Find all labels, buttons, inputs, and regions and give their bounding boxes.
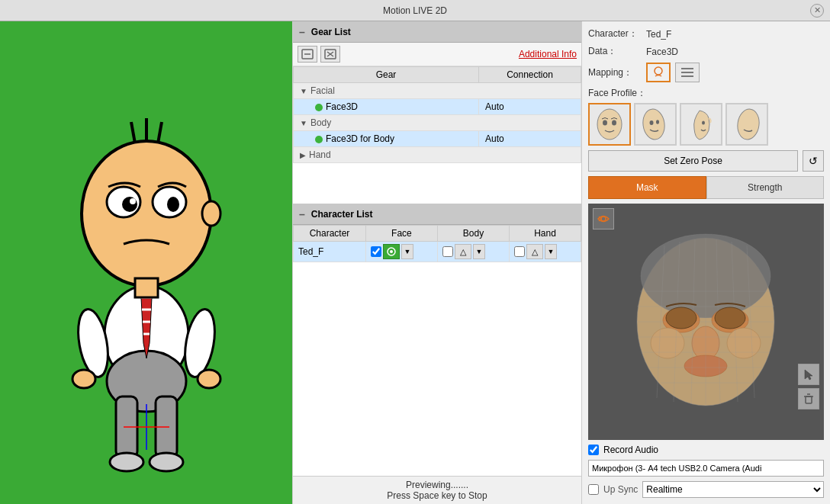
character-value: Ted_F xyxy=(646,29,671,40)
gear-list-section: – Gear List Additional Info xyxy=(293,21,581,204)
main-content: – Gear List Additional Info xyxy=(0,21,830,504)
record-audio-row: Record Audio xyxy=(588,445,824,455)
body-checkbox[interactable] xyxy=(442,246,453,257)
char-list-header: – Character List xyxy=(293,204,581,225)
hand-icon-btn[interactable]: △ xyxy=(526,244,543,259)
face-profile-images xyxy=(588,103,824,146)
face-3d-tools xyxy=(798,364,819,409)
char-col-body: Body xyxy=(437,226,509,242)
tab-mask[interactable]: Mask xyxy=(588,176,706,199)
tab-strength[interactable]: Strength xyxy=(706,176,825,199)
svg-point-43 xyxy=(702,121,705,125)
svg-point-70 xyxy=(601,217,606,221)
face-profile-label: Face Profile： xyxy=(588,87,824,100)
char-hand-controls: △ ▼ xyxy=(509,242,581,262)
delete-tool-btn[interactable] xyxy=(798,388,819,409)
svg-point-5 xyxy=(150,453,183,471)
svg-point-69 xyxy=(715,307,745,329)
svg-point-23 xyxy=(130,198,136,204)
gear-list-collapse-btn[interactable]: – xyxy=(299,26,305,38)
char-list-title: Character List xyxy=(311,209,373,220)
face-checkbox[interactable] xyxy=(371,246,381,257)
data-value: Face3D xyxy=(646,47,678,57)
char-col-face: Face xyxy=(365,226,437,242)
char-name: Ted_F xyxy=(294,242,366,262)
svg-rect-71 xyxy=(806,396,812,403)
svg-point-24 xyxy=(202,201,220,226)
svg-point-22 xyxy=(167,197,179,212)
gear-add-btn[interactable] xyxy=(298,46,317,63)
realtime-label: Up Sync xyxy=(603,484,638,495)
svg-point-9 xyxy=(198,370,220,388)
svg-point-40 xyxy=(641,108,666,141)
table-row[interactable]: Ted_F ▼ xyxy=(294,242,581,262)
svg-point-38 xyxy=(603,120,607,126)
face-dropdown-btn[interactable]: ▼ xyxy=(401,244,413,259)
mapping-btn-list[interactable] xyxy=(675,63,700,82)
char-table-wrapper[interactable]: Character Face Body Hand Ted_F xyxy=(293,225,581,476)
svg-point-21 xyxy=(122,197,137,212)
face-profile-side[interactable] xyxy=(680,103,722,146)
set-zero-row: Set Zero Pose ↺ xyxy=(588,150,824,172)
svg-rect-25 xyxy=(135,278,158,297)
body-icon-btn[interactable]: △ xyxy=(455,244,471,259)
face-profile-section: Face Profile： xyxy=(588,87,824,146)
face-3d-view xyxy=(588,204,824,440)
svg-point-68 xyxy=(666,307,696,329)
character-canvas xyxy=(0,21,292,504)
mapping-label: Mapping： xyxy=(588,66,642,79)
gear-table: Gear Connection ▼FacialFace3DAuto▼BodyFa… xyxy=(293,66,581,163)
gear-col-connection: Connection xyxy=(479,67,581,83)
realtime-row: Up Sync Realtime xyxy=(588,481,824,498)
gear-table-wrapper[interactable]: Gear Connection ▼FacialFace3DAuto▼BodyFa… xyxy=(293,66,581,204)
face-3d-svg xyxy=(588,204,824,440)
svg-point-33 xyxy=(655,67,662,75)
hand-dropdown-btn[interactable]: ▼ xyxy=(545,244,557,259)
realtime-checkbox[interactable] xyxy=(588,484,599,495)
status-line2: Press Space key to Stop xyxy=(299,490,575,501)
realtime-dropdown[interactable]: Realtime xyxy=(642,481,824,498)
gear-list-header: – Gear List xyxy=(293,21,581,43)
face-profile-3q-left[interactable] xyxy=(634,103,677,146)
face-profile-back[interactable] xyxy=(725,103,768,146)
gear-toolbar-icons xyxy=(298,46,340,63)
record-audio-checkbox[interactable] xyxy=(588,445,599,455)
character-svg xyxy=(17,38,276,488)
audio-input-row xyxy=(588,460,824,477)
svg-point-52 xyxy=(651,328,684,358)
status-line1: Previewing....... xyxy=(299,480,575,490)
svg-point-4 xyxy=(110,453,143,471)
svg-point-44 xyxy=(735,108,761,141)
status-bar: Previewing....... Press Space key to Sto… xyxy=(293,476,581,504)
mapping-btn-face[interactable] xyxy=(646,63,671,82)
select-tool-btn[interactable] xyxy=(798,364,819,385)
svg-point-41 xyxy=(650,120,654,125)
svg-point-32 xyxy=(390,250,393,253)
char-face-controls: ▼ xyxy=(365,242,437,262)
svg-line-16 xyxy=(131,122,135,143)
svg-point-53 xyxy=(727,328,761,358)
svg-point-42 xyxy=(656,120,659,124)
hand-checkbox[interactable] xyxy=(514,246,525,257)
body-dropdown-btn[interactable]: ▼ xyxy=(473,244,485,259)
mask-strength-tabs: Mask Strength xyxy=(588,176,824,199)
character-label: Character： xyxy=(588,27,642,40)
gear-col-gear: Gear xyxy=(294,67,479,83)
char-list-collapse-btn[interactable]: – xyxy=(299,208,305,220)
face-profile-front[interactable] xyxy=(588,103,631,146)
face-3d-overlay-icon[interactable] xyxy=(593,208,614,230)
app-title: Motion LIVE 2D xyxy=(383,5,447,16)
title-bar: Motion LIVE 2D ✕ xyxy=(0,0,830,21)
char-col-hand: Hand xyxy=(509,226,581,242)
svg-line-18 xyxy=(158,122,162,143)
char-body-controls: △ ▼ xyxy=(437,242,509,262)
char-col-character: Character xyxy=(294,226,366,242)
gear-remove-btn[interactable] xyxy=(320,46,340,63)
face-icon-btn[interactable] xyxy=(383,244,400,259)
right-panel: Character： Ted_F Data： Face3D Mapping： F… xyxy=(582,21,830,504)
refresh-btn[interactable]: ↺ xyxy=(803,150,824,172)
set-zero-pose-btn[interactable]: Set Zero Pose xyxy=(588,150,798,172)
additional-info-link[interactable]: Additional Info xyxy=(519,49,577,59)
close-button[interactable]: ✕ xyxy=(810,4,824,18)
audio-input[interactable] xyxy=(588,460,824,477)
